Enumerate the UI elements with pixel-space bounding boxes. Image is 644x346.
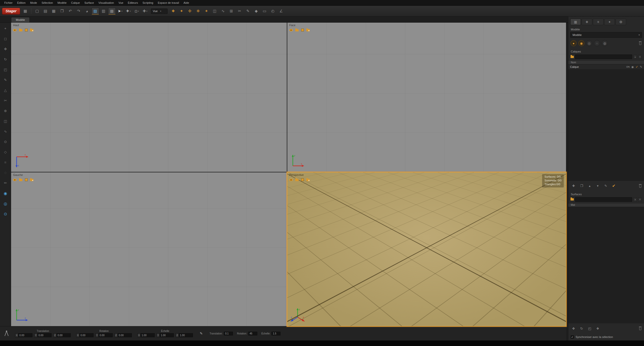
pen-button[interactable]: ✎ bbox=[244, 8, 252, 15]
axis-value-input[interactable]: 0.00 bbox=[18, 333, 32, 337]
scale-tool[interactable]: ◰ bbox=[2, 66, 9, 73]
model-dropdown[interactable]: Modèle bbox=[570, 32, 642, 38]
move-down-button[interactable]: ▾ bbox=[595, 183, 601, 189]
ruler-button[interactable]: ▭ bbox=[261, 8, 268, 15]
menu-item[interactable]: Édition bbox=[15, 0, 28, 6]
cube-icon[interactable] bbox=[25, 29, 28, 31]
undo-button[interactable]: ↶ bbox=[67, 8, 74, 15]
folder-plus-icon[interactable] bbox=[30, 29, 33, 31]
gizmo-scale-button[interactable]: ◰ bbox=[587, 325, 593, 331]
tab-light[interactable]: ❂ bbox=[616, 19, 626, 25]
folder-plus-icon[interactable] bbox=[306, 179, 310, 181]
eye-icon[interactable] bbox=[13, 29, 17, 31]
layer-on-badge[interactable]: ON bbox=[626, 66, 630, 68]
axis-value-input[interactable]: 0.00 bbox=[37, 333, 52, 337]
instances-button[interactable]: ✶ bbox=[203, 8, 210, 15]
layers-sort-down-button[interactable]: ▾ bbox=[638, 55, 642, 59]
folder-plus-icon[interactable] bbox=[306, 29, 310, 31]
magnet-tool-c[interactable]: ⊙ bbox=[2, 211, 9, 217]
wireframe-toggle-button[interactable]: ▥ bbox=[100, 8, 107, 15]
panel-trash-icon[interactable] bbox=[639, 327, 642, 330]
paint-tool[interactable]: ✏ bbox=[2, 180, 9, 186]
numeric-edit-pen-icon[interactable] bbox=[198, 331, 204, 335]
axis-value-input[interactable]: 0.00 bbox=[57, 333, 71, 337]
material-tag-button[interactable]: ◆ bbox=[253, 8, 260, 15]
menu-item[interactable]: Vue bbox=[116, 0, 126, 6]
mode-edge-button[interactable]: ◎ bbox=[586, 40, 592, 46]
grid-tool[interactable]: ⌗ bbox=[2, 159, 9, 166]
eye-icon[interactable] bbox=[289, 179, 293, 181]
copy-button[interactable]: ❐ bbox=[58, 8, 66, 15]
apply-button[interactable]: ✔ bbox=[611, 183, 617, 189]
menu-item[interactable]: Calque bbox=[69, 0, 82, 6]
menu-item[interactable]: Surface bbox=[82, 0, 96, 6]
menu-item[interactable]: Modèle bbox=[55, 0, 69, 6]
edges-display-button[interactable]: ✦ bbox=[178, 8, 185, 15]
draw-tool[interactable]: ✎ bbox=[2, 77, 9, 83]
knife-button[interactable]: ✂ bbox=[236, 8, 244, 15]
axis-value-input[interactable]: 0.00 bbox=[79, 333, 94, 337]
workspace-layout-button[interactable]: ▦ bbox=[22, 8, 29, 15]
polygons-display-button[interactable]: ✣ bbox=[186, 8, 194, 15]
rotate-tool[interactable]: ↻ bbox=[2, 56, 9, 63]
eye-icon[interactable] bbox=[289, 29, 293, 31]
mode-face-button[interactable]: ○ bbox=[594, 40, 600, 46]
move-up-button[interactable]: ▴ bbox=[587, 183, 593, 189]
delete-layer-trash-icon[interactable] bbox=[639, 41, 642, 45]
magnet-snap-button[interactable]: Ω bbox=[133, 8, 141, 15]
subdivide-button[interactable]: ⊞ bbox=[228, 8, 235, 15]
tab-bone[interactable]: ✳ bbox=[593, 19, 603, 25]
menu-item[interactable]: Aide bbox=[181, 0, 191, 6]
step-value-input[interactable]: 45 bbox=[248, 332, 257, 335]
menu-item[interactable]: Fichier bbox=[2, 0, 15, 6]
cube-icon[interactable] bbox=[301, 29, 304, 31]
step-value-input[interactable]: 1.5 bbox=[271, 332, 280, 335]
surfaces-sort-up-button[interactable]: ▴ bbox=[633, 197, 637, 202]
measure-compass-icon[interactable] bbox=[4, 330, 10, 337]
sync-selection-checkbox[interactable] bbox=[571, 335, 574, 338]
axis-value-input[interactable]: 1.00 bbox=[160, 333, 174, 337]
cube-icon[interactable] bbox=[301, 178, 304, 181]
viewport-side[interactable]: Gauche y z bbox=[11, 172, 287, 326]
gizmo-move-button[interactable]: ✥ bbox=[571, 325, 577, 331]
axis-value-input[interactable]: 1.00 bbox=[141, 333, 155, 337]
folder-icon[interactable] bbox=[295, 29, 299, 31]
mirror-tool[interactable]: ◫ bbox=[2, 118, 9, 124]
magnet-tool-b[interactable]: ◎ bbox=[2, 200, 9, 207]
tab-object[interactable]: ▦ bbox=[570, 19, 581, 25]
folder-icon[interactable] bbox=[19, 179, 22, 181]
extrude-tool[interactable]: ⊕ bbox=[2, 108, 9, 114]
save-button[interactable]: ▦ bbox=[50, 8, 58, 15]
axis-value-input[interactable]: 0.00 bbox=[99, 333, 113, 337]
curve-button[interactable]: ∿ bbox=[219, 8, 227, 15]
mirror-button[interactable]: ◫ bbox=[211, 8, 219, 15]
cut-tool[interactable]: ✂ bbox=[2, 97, 9, 104]
gizmo-world-button[interactable]: ❖ bbox=[595, 325, 601, 331]
layers-sort-up-button[interactable]: ▴ bbox=[633, 55, 637, 59]
duplicate-surface-button[interactable]: ❐ bbox=[579, 183, 585, 189]
folder-icon[interactable] bbox=[295, 179, 299, 181]
delete-surface-trash-icon[interactable] bbox=[639, 184, 642, 188]
protractor-button[interactable]: ◴ bbox=[269, 8, 277, 15]
lattice-tool[interactable]: ◇ bbox=[2, 149, 9, 155]
smooth-tool[interactable]: ◌ bbox=[2, 169, 9, 176]
texture-toggle-button[interactable]: ▨ bbox=[92, 8, 99, 15]
redo-button[interactable]: ↷ bbox=[75, 8, 83, 15]
fly-navigation-button[interactable]: ✈ bbox=[125, 8, 132, 15]
eye-icon[interactable] bbox=[13, 179, 17, 181]
menu-item[interactable]: Espace de travail bbox=[155, 0, 181, 6]
cube-icon[interactable] bbox=[25, 178, 28, 181]
open-button[interactable]: ▤ bbox=[42, 8, 49, 15]
new-surface-button[interactable]: ✚ bbox=[571, 183, 577, 189]
axis-value-input[interactable]: 0.00 bbox=[118, 333, 132, 337]
menu-item[interactable]: Mode bbox=[28, 0, 39, 6]
magnet-tool-a[interactable]: ◉ bbox=[2, 190, 9, 196]
new-document-button[interactable]: ▢ bbox=[33, 8, 41, 15]
weld-tool[interactable]: ⊙ bbox=[2, 138, 9, 145]
grid-toggle-button[interactable]: ▩ bbox=[108, 8, 116, 15]
folder-plus-icon[interactable] bbox=[30, 179, 33, 181]
viewport-perspective[interactable]: Perspective Surfaces: 0/0Sommets: 0/0Tri… bbox=[287, 172, 566, 326]
select-tool[interactable]: ⌖ bbox=[2, 25, 9, 32]
layer-visible-check-icon[interactable] bbox=[636, 65, 638, 69]
menu-item[interactable]: Visualisation bbox=[96, 0, 116, 6]
